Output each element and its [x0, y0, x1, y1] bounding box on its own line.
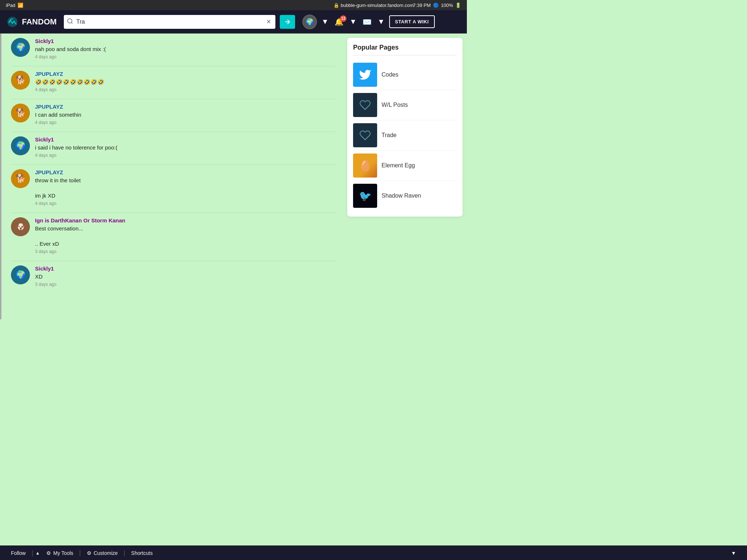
chat-timestamp: 4 days ago — [35, 54, 336, 59]
page-name: Shadow Raven — [382, 192, 421, 199]
avatar: 🐶 — [11, 217, 30, 236]
bluetooth-icon: 🔵 — [433, 3, 439, 8]
fandom-logo[interactable]: FANDOM — [6, 15, 57, 28]
top-nav: FANDOM ✕ 🌍 ▼ 🔔 13 ▼ ✉️ ▼ START A WIKI — [0, 10, 467, 34]
avatar-dropdown-button[interactable]: ▼ — [320, 16, 330, 27]
chat-text: throw it in the toiletim jk XD — [35, 176, 336, 199]
page-thumb-egg: 🥚 — [353, 153, 377, 178]
avatar: 🌍 — [11, 265, 30, 284]
notifications-button[interactable]: 🔔 13 — [333, 16, 345, 28]
chat-username[interactable]: Sickly1 — [35, 265, 336, 272]
chat-username[interactable]: JPUPLAYZ — [35, 71, 336, 77]
time-display: 7:39 PM — [413, 3, 430, 8]
lock-icon: 🔒 — [333, 3, 339, 8]
chat-timestamp: 4 days ago — [35, 153, 336, 158]
chat-message: 🐕 JPUPLAYZ I can add somethin 4 days ago — [11, 104, 336, 125]
search-icon — [67, 18, 73, 26]
chat-text: I can add somethin — [35, 111, 336, 118]
search-submit-button[interactable] — [280, 15, 295, 29]
page-thumb-wl — [353, 93, 377, 117]
page-thumb-codes — [353, 63, 377, 87]
message-divider — [11, 99, 336, 99]
battery-icon: 🔋 — [455, 3, 461, 8]
page-name: W/L Posts — [382, 102, 408, 108]
notification-badge: 13 — [340, 15, 347, 22]
search-container: ✕ — [64, 15, 275, 29]
avatar: 🐕 — [11, 104, 30, 122]
chat-username[interactable]: JPUPLAYZ — [35, 169, 336, 175]
message-divider — [11, 132, 336, 132]
user-avatar-button[interactable]: 🌍 — [302, 15, 317, 29]
avatar: 🐕 — [11, 71, 30, 90]
message-content: Sickly1 i said i have no tolerence for p… — [35, 136, 336, 158]
logo-text: FANDOM — [22, 17, 57, 27]
avatar: 🌍 — [11, 136, 30, 155]
chat-text: Best conversation..... Ever xD — [35, 225, 336, 248]
popular-page-item[interactable]: Trade — [353, 120, 457, 151]
scroll-indicator — [0, 34, 1, 319]
svg-point-0 — [68, 19, 72, 23]
battery-display: 100% — [441, 3, 453, 8]
nav-actions: 🌍 ▼ 🔔 13 ▼ ✉️ ▼ START A WIKI — [302, 15, 434, 29]
url-display: bubble-gum-simulator.fandom.com — [341, 3, 414, 8]
message-divider — [11, 261, 336, 261]
chat-timestamp: 3 days ago — [35, 249, 336, 254]
chat-text: XD — [35, 273, 336, 280]
device-label: iPad — [6, 3, 15, 8]
chat-message: 🐶 Ign is DarthKanan Or Storm Kanan Best … — [11, 217, 336, 254]
chat-timestamp: 4 days ago — [35, 201, 336, 206]
chat-message: 🐕 JPUPLAYZ throw it in the toiletim jk X… — [11, 169, 336, 206]
page-thumb-shadow-raven: 🐦 — [353, 184, 377, 208]
avatar: 🌍 — [11, 38, 30, 57]
chat-text: 🤣🤣🤣🤣🤣🤣🤣🤣🤣🤣 — [35, 78, 336, 86]
chat-area[interactable]: 🌍 Sickly1 nah poo and soda dont mix :( 4… — [0, 34, 343, 319]
messages-dropdown-button[interactable]: ▼ — [376, 16, 386, 27]
status-bar: iPad 📶 🔒 bubble-gum-simulator.fandom.com… — [0, 0, 467, 10]
page-name: Trade — [382, 132, 396, 139]
wifi-icon: 📶 — [18, 3, 23, 8]
message-divider — [11, 164, 336, 165]
message-content: Ign is DarthKanan Or Storm Kanan Best co… — [35, 217, 336, 254]
chat-text: nah poo and soda dont mix :( — [35, 45, 336, 53]
popular-pages-card: Popular Pages Codes W/L Posts — [347, 38, 462, 217]
sidebar: Popular Pages Codes W/L Posts — [343, 34, 467, 319]
message-content: Sickly1 XD 3 days ago — [35, 265, 336, 287]
chat-timestamp: 4 days ago — [35, 120, 336, 125]
main-layout: 🌍 Sickly1 nah poo and soda dont mix :( 4… — [0, 34, 467, 319]
search-clear-button[interactable]: ✕ — [265, 18, 272, 25]
chat-text: i said i have no tolerence for poo:( — [35, 144, 336, 151]
popular-page-item[interactable]: 🥚 Element Egg — [353, 151, 457, 181]
popular-page-item[interactable]: 🐦 Shadow Raven — [353, 181, 457, 211]
page-name: Codes — [382, 71, 398, 78]
chat-username[interactable]: Sickly1 — [35, 38, 336, 44]
chat-message: 🐕 JPUPLAYZ 🤣🤣🤣🤣🤣🤣🤣🤣🤣🤣 4 days ago — [11, 71, 336, 92]
chat-message: 🌍 Sickly1 XD 3 days ago — [11, 265, 336, 287]
page-name: Element Egg — [382, 162, 415, 169]
popular-page-item[interactable]: W/L Posts — [353, 90, 457, 120]
popular-pages-title: Popular Pages — [353, 44, 457, 55]
message-divider — [11, 66, 336, 66]
popular-page-item[interactable]: Codes — [353, 60, 457, 90]
message-content: JPUPLAYZ 🤣🤣🤣🤣🤣🤣🤣🤣🤣🤣 4 days ago — [35, 71, 336, 92]
svg-line-1 — [71, 22, 73, 23]
message-content: Sickly1 nah poo and soda dont mix :( 4 d… — [35, 38, 336, 59]
chat-timestamp: 4 days ago — [35, 87, 336, 92]
start-wiki-button[interactable]: START A WIKI — [389, 15, 435, 28]
message-content: JPUPLAYZ I can add somethin 4 days ago — [35, 104, 336, 125]
messages-button[interactable]: ✉️ — [361, 16, 373, 28]
avatar: 🐕 — [11, 169, 30, 188]
notifications-dropdown-button[interactable]: ▼ — [348, 16, 358, 27]
chat-message: 🌍 Sickly1 nah poo and soda dont mix :( 4… — [11, 38, 336, 59]
message-content: JPUPLAYZ throw it in the toiletim jk XD … — [35, 169, 336, 206]
page-thumb-trade — [353, 123, 377, 147]
chat-timestamp: 3 days ago — [35, 282, 336, 287]
search-input[interactable] — [76, 19, 262, 25]
chat-username[interactable]: Sickly1 — [35, 136, 336, 143]
chat-message: 🌍 Sickly1 i said i have no tolerence for… — [11, 136, 336, 158]
chat-username[interactable]: JPUPLAYZ — [35, 104, 336, 110]
chat-username[interactable]: Ign is DarthKanan Or Storm Kanan — [35, 217, 336, 223]
message-divider — [11, 213, 336, 213]
